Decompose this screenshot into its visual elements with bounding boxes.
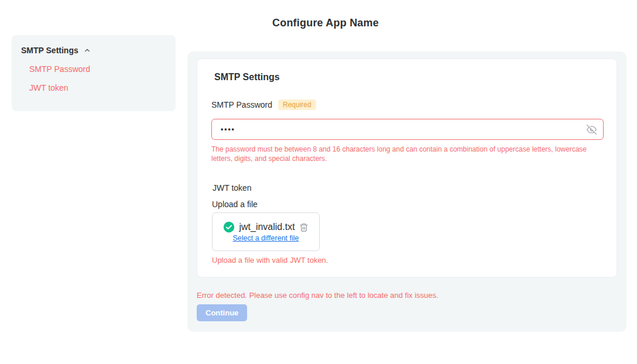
uploaded-file-row: jwt_invalid.txt <box>223 221 308 233</box>
smtp-password-field-wrap <box>211 119 604 140</box>
jwt-token-error: Upload a file with valid JWT token. <box>212 256 328 265</box>
sidebar-item-jwt-token[interactable]: JWT token <box>29 83 69 92</box>
jwt-token-label: JWT token <box>213 183 252 193</box>
config-panel: SMTP Settings SMTP Password Required The… <box>187 51 626 332</box>
eye-off-icon[interactable] <box>587 125 597 135</box>
uploaded-file-name: jwt_invalid.txt <box>239 222 294 232</box>
smtp-password-label-row: SMTP Password Required <box>211 99 316 110</box>
chevron-up-icon <box>83 46 91 54</box>
smtp-password-error: The password must be between 8 and 16 ch… <box>211 145 599 163</box>
sidebar-section-smtp-settings[interactable]: SMTP Settings <box>12 35 176 55</box>
required-badge: Required <box>278 99 316 110</box>
form-error-message: Error detected. Please use config nav to… <box>197 291 439 300</box>
continue-button[interactable]: Continue <box>197 304 247 321</box>
file-upload-box: jwt_invalid.txt Select a different file <box>212 212 320 251</box>
select-different-file-link[interactable]: Select a different file <box>232 234 299 242</box>
check-circle-icon <box>223 221 235 233</box>
card-title: SMTP Settings <box>214 72 280 83</box>
sidebar-item-smtp-password[interactable]: SMTP Password <box>29 64 90 74</box>
smtp-settings-card: SMTP Settings SMTP Password Required The… <box>197 59 617 277</box>
smtp-password-label: SMTP Password <box>211 100 272 109</box>
upload-file-label: Upload a file <box>212 200 258 209</box>
page-title: Configure App Name <box>7 17 637 29</box>
trash-icon[interactable] <box>299 222 309 232</box>
sidebar-section-label: SMTP Settings <box>21 46 78 55</box>
config-nav-sidebar: SMTP Settings SMTP Password JWT token <box>12 35 176 111</box>
smtp-password-input[interactable] <box>211 119 604 140</box>
